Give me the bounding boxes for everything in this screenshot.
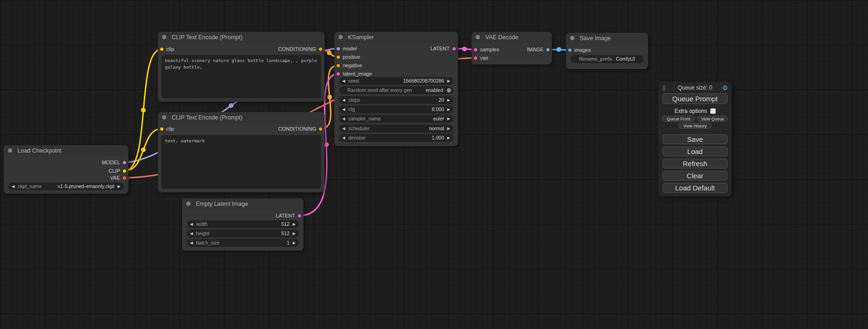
widget-ckpt-name[interactable]: ◀ ckpt_name v1-5-pruned-emaonly.ckpt ▶: [8, 182, 124, 190]
latent-slot-dot[interactable]: [473, 48, 478, 52]
input-slot-positive[interactable]: positive: [334, 53, 360, 61]
conditioning-slot-dot[interactable]: [318, 127, 323, 131]
load-default-button[interactable]: Load Default: [663, 183, 727, 193]
widget-scheduler[interactable]: ◀ scheduler normal ▶: [339, 125, 453, 133]
decrement-arrow-icon[interactable]: ◀: [190, 220, 193, 228]
output-slot-latent[interactable]: LATENT: [276, 212, 303, 220]
node-graph-canvas[interactable]: Load Checkpoint MODEL CLIP VAE ◀ ckpt_na…: [0, 0, 868, 329]
widget-height[interactable]: ◀ height 512 ▶: [187, 230, 299, 238]
next-arrow-icon[interactable]: ▶: [447, 125, 450, 133]
node-clip-text-encode-negative[interactable]: CLIP Text Encode (Prompt) clip CONDITION…: [158, 112, 325, 192]
clip-slot-dot[interactable]: [160, 47, 164, 51]
view-queue-button[interactable]: View Queue: [697, 116, 728, 122]
prev-arrow-icon[interactable]: ◀: [342, 125, 345, 133]
input-slot-negative[interactable]: negative: [334, 62, 362, 70]
widget-filename-prefix[interactable]: filename_prefix ComfyUI: [571, 55, 643, 63]
refresh-button[interactable]: Refresh: [663, 159, 727, 168]
view-history-button[interactable]: View History: [678, 123, 712, 129]
clip-slot-dot[interactable]: [160, 127, 164, 131]
output-slot-conditioning[interactable]: CONDITIONING: [278, 125, 325, 133]
increment-arrow-icon[interactable]: ▶: [293, 230, 296, 238]
collapse-toggle-icon[interactable]: [339, 35, 343, 39]
collapse-toggle-icon[interactable]: [186, 202, 191, 206]
decrement-arrow-icon[interactable]: ◀: [342, 96, 345, 104]
model-slot-dot[interactable]: [336, 47, 340, 51]
collapse-toggle-icon[interactable]: [570, 36, 574, 40]
node-header[interactable]: KSampler: [334, 32, 458, 43]
input-slot-vae[interactable]: vae: [472, 54, 488, 62]
decrement-arrow-icon[interactable]: ◀: [342, 134, 345, 142]
load-button[interactable]: Load: [663, 147, 727, 156]
input-slot-clip[interactable]: clip: [158, 125, 174, 133]
decrement-arrow-icon[interactable]: ◀: [342, 77, 345, 85]
widget-steps[interactable]: ◀ steps 20 ▶: [339, 96, 453, 104]
node-header[interactable]: Empty Latent Image: [182, 198, 303, 210]
widget-seed[interactable]: ◀ seed 156680208700286 ▶: [339, 77, 453, 85]
collapse-toggle-icon[interactable]: [8, 148, 12, 153]
clip-slot-dot[interactable]: [122, 169, 127, 173]
node-header[interactable]: Save Image: [566, 33, 648, 44]
node-empty-latent-image[interactable]: Empty Latent Image LATENT ◀ width 512 ▶ …: [182, 198, 303, 251]
node-load-checkpoint[interactable]: Load Checkpoint MODEL CLIP VAE ◀ ckpt_na…: [4, 145, 128, 194]
settings-gear-icon[interactable]: ⚙: [722, 84, 728, 91]
widget-control-after-generate[interactable]: Random seed after every gen enabled: [339, 86, 453, 94]
queue-prompt-button[interactable]: Queue Prompt: [663, 93, 727, 104]
collapse-toggle-icon[interactable]: [162, 35, 166, 39]
output-slot-vae[interactable]: VAE: [110, 174, 128, 182]
output-slot-model[interactable]: MODEL: [102, 159, 128, 167]
clear-button[interactable]: Clear: [663, 171, 727, 181]
prev-arrow-icon[interactable]: ◀: [342, 115, 345, 123]
widget-denoise[interactable]: ◀ denoise 1.000 ▶: [339, 134, 453, 142]
output-slot-image[interactable]: IMAGE: [527, 46, 552, 54]
conditioning-slot-dot[interactable]: [336, 63, 340, 68]
increment-arrow-icon[interactable]: ▶: [447, 77, 450, 85]
save-button[interactable]: Save: [663, 134, 727, 144]
prompt-textarea[interactable]: beautiful scenery nature glass bottle la…: [162, 55, 321, 98]
node-header[interactable]: CLIP Text Encode (Prompt): [158, 32, 325, 43]
toggle-dot-icon[interactable]: [447, 88, 451, 92]
decrement-arrow-icon[interactable]: ◀: [342, 105, 345, 113]
conditioning-slot-dot[interactable]: [336, 55, 340, 59]
widget-width[interactable]: ◀ width 512 ▶: [187, 220, 299, 228]
output-slot-latent[interactable]: LATENT: [430, 45, 458, 53]
collapse-toggle-icon[interactable]: [162, 115, 166, 119]
widget-cfg[interactable]: ◀ cfg 8.000 ▶: [339, 105, 453, 113]
node-ksampler[interactable]: KSampler model positive negative latent_…: [334, 32, 458, 146]
input-slot-images[interactable]: images: [566, 46, 591, 54]
widget-batch-size[interactable]: ◀ batch_size 1 ▶: [187, 239, 299, 247]
image-slot-dot[interactable]: [546, 48, 550, 52]
extra-options-checkbox[interactable]: [710, 108, 716, 114]
input-slot-clip[interactable]: clip: [158, 45, 174, 53]
latent-slot-dot[interactable]: [336, 72, 340, 76]
decrement-arrow-icon[interactable]: ◀: [190, 239, 193, 247]
node-vae-decode[interactable]: VAE Decode samples vae IMAGE: [472, 32, 552, 64]
vae-slot-dot[interactable]: [473, 56, 478, 60]
widget-sampler-name[interactable]: ◀ sampler_name euler ▶: [339, 115, 453, 123]
node-header[interactable]: Load Checkpoint: [4, 145, 128, 156]
collapse-toggle-icon[interactable]: [476, 35, 480, 39]
increment-arrow-icon[interactable]: ▶: [447, 134, 450, 142]
node-save-image[interactable]: Save Image images filename_prefix ComfyU…: [566, 33, 648, 69]
conditioning-slot-dot[interactable]: [318, 47, 323, 51]
latent-slot-dot[interactable]: [452, 47, 456, 51]
next-arrow-icon[interactable]: ▶: [447, 115, 450, 123]
increment-arrow-icon[interactable]: ▶: [447, 105, 450, 113]
node-header[interactable]: CLIP Text Encode (Prompt): [158, 112, 325, 123]
input-slot-samples[interactable]: samples: [472, 46, 499, 54]
node-clip-text-encode-positive[interactable]: CLIP Text Encode (Prompt) clip CONDITION…: [158, 32, 325, 102]
queue-front-button[interactable]: Queue Front: [662, 116, 695, 122]
next-arrow-icon[interactable]: ▶: [118, 182, 120, 190]
model-slot-dot[interactable]: [122, 161, 127, 165]
vae-slot-dot[interactable]: [122, 176, 127, 180]
latent-slot-dot[interactable]: [297, 214, 302, 218]
input-slot-model[interactable]: model: [334, 45, 357, 53]
increment-arrow-icon[interactable]: ▶: [447, 96, 450, 104]
decrement-arrow-icon[interactable]: ◀: [190, 230, 193, 238]
prompt-textarea[interactable]: text, watermark: [162, 135, 321, 189]
prev-arrow-icon[interactable]: ◀: [12, 182, 14, 190]
node-header[interactable]: VAE Decode: [472, 32, 552, 43]
output-slot-conditioning[interactable]: CONDITIONING: [278, 45, 325, 53]
increment-arrow-icon[interactable]: ▶: [293, 239, 296, 247]
increment-arrow-icon[interactable]: ▶: [293, 220, 296, 228]
image-slot-dot[interactable]: [568, 48, 572, 52]
